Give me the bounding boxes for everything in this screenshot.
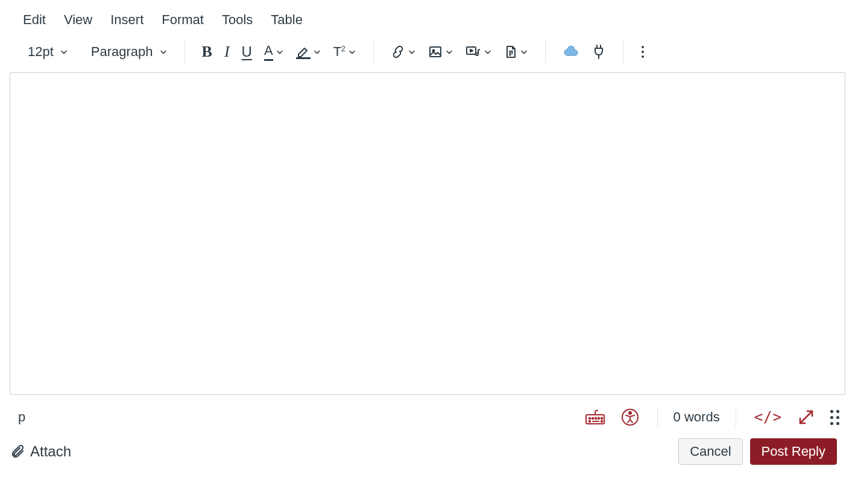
app-cloud-button[interactable] <box>557 40 585 64</box>
statusbar: p <box>10 395 845 435</box>
italic-icon: I <box>224 43 230 61</box>
keyboard-icon <box>585 409 605 425</box>
superscript-button[interactable]: T2 <box>327 40 362 64</box>
cloud-icon <box>563 45 579 58</box>
superscript-icon: T2 <box>333 44 345 60</box>
element-path[interactable]: p <box>18 409 25 425</box>
toolbar-group-font: 12pt Paragraph <box>22 40 174 64</box>
highlight-icon <box>296 45 311 59</box>
expand-icon <box>798 409 815 426</box>
menubar: Edit View Insert Format Tools Table <box>10 6 845 35</box>
bold-icon: B <box>202 43 212 61</box>
svg-rect-0 <box>430 47 441 57</box>
fullscreen-toggle[interactable] <box>795 406 817 428</box>
more-options-button[interactable] <box>634 40 651 64</box>
html-view-icon: </> <box>754 409 782 426</box>
kebab-icon <box>640 45 645 59</box>
font-size-value: 12pt <box>28 44 54 60</box>
text-color-icon: A <box>264 43 273 61</box>
block-format-value: Paragraph <box>91 44 153 60</box>
toolbar-separator <box>623 40 623 64</box>
toolbar-separator <box>373 40 374 64</box>
chevron-down-icon <box>159 48 168 56</box>
post-reply-button[interactable]: Post Reply <box>750 438 837 465</box>
svg-point-14 <box>588 418 590 419</box>
image-icon <box>428 45 443 59</box>
rich-text-editor: Edit View Insert Format Tools Table 12pt… <box>0 0 855 474</box>
svg-line-24 <box>800 411 812 423</box>
insert-document-button[interactable] <box>498 40 534 64</box>
insert-image-button[interactable] <box>422 40 459 64</box>
svg-point-17 <box>598 418 599 419</box>
accessibility-icon <box>621 408 639 426</box>
status-right: 0 words </> <box>582 406 842 429</box>
drag-handle-icon <box>830 410 839 425</box>
link-icon <box>391 45 405 59</box>
accessibility-checker-button[interactable] <box>619 406 642 429</box>
menu-view[interactable]: View <box>63 11 93 29</box>
attach-button[interactable]: Attach <box>11 443 71 460</box>
media-icon <box>465 45 481 59</box>
svg-point-20 <box>601 418 602 419</box>
chevron-down-icon <box>276 48 284 56</box>
chevron-down-icon <box>60 48 68 56</box>
word-count: 0 words <box>674 409 720 425</box>
italic-button[interactable]: I <box>218 40 236 64</box>
cancel-button[interactable]: Cancel <box>678 438 742 465</box>
toolbar: 12pt Paragraph B I U A <box>10 35 845 72</box>
resize-handle[interactable] <box>828 408 842 427</box>
status-separator <box>736 406 736 428</box>
insert-media-button[interactable] <box>459 40 498 64</box>
svg-point-10 <box>642 46 644 48</box>
svg-point-16 <box>595 418 596 419</box>
svg-point-15 <box>592 418 593 419</box>
svg-point-12 <box>642 55 644 58</box>
keyboard-shortcuts-button[interactable] <box>582 407 608 427</box>
plug-icon <box>592 44 606 60</box>
toolbar-group-insert <box>385 40 534 64</box>
block-format-select[interactable]: Paragraph <box>85 40 174 64</box>
status-separator <box>657 406 658 428</box>
svg-marker-3 <box>470 49 473 52</box>
svg-point-21 <box>601 421 602 422</box>
action-row: Attach Cancel Post Reply <box>10 435 845 465</box>
html-editor-toggle[interactable]: </> <box>752 406 784 428</box>
insert-link-button[interactable] <box>385 40 422 64</box>
toolbar-separator <box>185 40 185 64</box>
attach-label: Attach <box>30 443 71 460</box>
text-color-button[interactable]: A <box>258 40 290 64</box>
menu-table[interactable]: Table <box>270 11 304 29</box>
chevron-down-icon <box>520 48 528 56</box>
paperclip-icon <box>11 444 25 459</box>
action-buttons: Cancel Post Reply <box>678 438 837 465</box>
menu-insert[interactable]: Insert <box>109 11 145 29</box>
toolbar-group-formatting: B I U A <box>196 40 362 64</box>
bold-button[interactable]: B <box>196 40 218 64</box>
chevron-down-icon <box>348 48 356 56</box>
highlight-color-button[interactable] <box>290 40 327 64</box>
toolbar-separator <box>545 40 546 64</box>
document-icon <box>504 45 517 59</box>
chevron-down-icon <box>408 48 416 56</box>
svg-point-18 <box>588 421 590 422</box>
svg-point-11 <box>642 51 644 53</box>
font-size-select[interactable]: 12pt <box>22 40 74 64</box>
underline-button[interactable]: U <box>236 40 258 64</box>
chevron-down-icon <box>484 48 492 56</box>
toolbar-group-apps <box>557 40 612 64</box>
menu-edit[interactable]: Edit <box>22 11 47 29</box>
menu-tools[interactable]: Tools <box>221 11 254 29</box>
menu-format[interactable]: Format <box>160 11 205 29</box>
chevron-down-icon <box>445 48 453 56</box>
underline-icon: U <box>242 43 252 60</box>
svg-point-23 <box>629 412 631 414</box>
app-plugin-button[interactable] <box>585 40 612 64</box>
editor-content-area[interactable] <box>10 72 845 395</box>
chevron-down-icon <box>313 48 321 56</box>
